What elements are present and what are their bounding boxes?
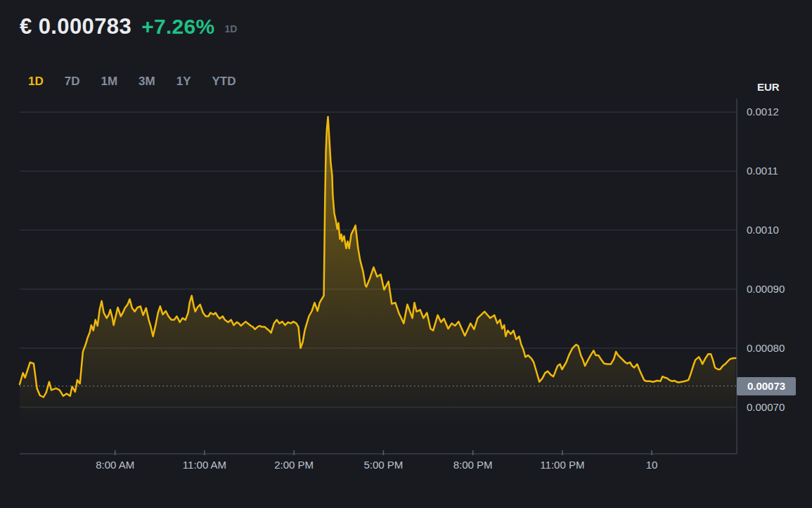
x-tick-label: 11:00 PM xyxy=(540,459,584,471)
x-tick-label: 8:00 AM xyxy=(96,459,134,471)
y-tick-label: 0.0011 xyxy=(747,164,797,178)
x-tick-label: 8:00 PM xyxy=(453,459,493,471)
y-tick-label: 0.00090 xyxy=(747,282,797,296)
y-tick-label: 0.00080 xyxy=(747,341,797,355)
price-marker-badge: 0.00073 xyxy=(737,377,796,395)
area-fill xyxy=(20,117,735,454)
x-tick-label: 11:00 AM xyxy=(183,459,226,471)
y-tick-label: 0.0010 xyxy=(747,223,797,237)
price-chart[interactable] xyxy=(0,0,812,508)
x-tick-label: 5:00 PM xyxy=(363,459,403,471)
x-tick-label: 10 xyxy=(646,459,658,471)
x-tick-label: 2:00 PM xyxy=(274,459,314,471)
price-chart-widget: € 0.000783 +7.26% 1D 1D7D1M3M1YYTD EUR 0… xyxy=(0,0,812,508)
y-tick-label: 0.00070 xyxy=(747,400,797,414)
y-tick-label: 0.0012 xyxy=(747,105,797,119)
